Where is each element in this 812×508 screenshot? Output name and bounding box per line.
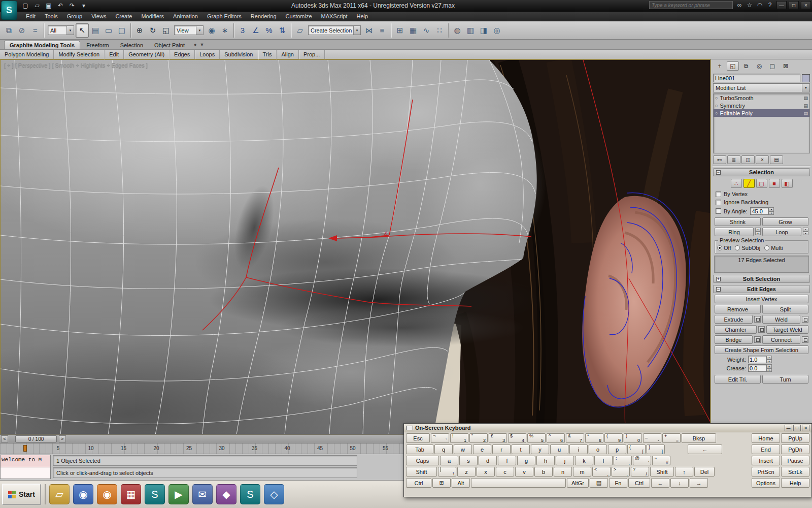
key-insert[interactable]: Insert — [752, 456, 780, 465]
graphite-ribbon-toggle-icon[interactable]: ▦ — [407, 23, 420, 38]
named-selection-sets-dropdown[interactable]: Create Selection Se▼ — [308, 25, 361, 35]
key-q[interactable]: q — [434, 444, 453, 454]
3dsmax-2-icon[interactable]: S — [240, 484, 260, 504]
spinner-down-icon[interactable]: ▼ — [768, 211, 774, 215]
time-slider[interactable]: 0 / 100 — [15, 435, 57, 442]
viewport[interactable]: [ + ] [ Perspective ] [ Smooth + Highlig… — [0, 59, 710, 434]
mini-listener-input[interactable] — [1, 467, 50, 479]
key-s[interactable]: s — [459, 456, 478, 465]
soft-selection-rollout-header[interactable]: + Soft Selection — [713, 275, 810, 283]
show-end-result-button[interactable]: ≣ — [727, 155, 740, 164]
3dsmax-icon[interactable]: S — [145, 484, 165, 504]
key-r0-7[interactable]: ^6 — [547, 433, 565, 443]
key-pgdn[interactable]: PgDn — [781, 444, 809, 454]
subtab-prop[interactable]: Prop... — [299, 50, 325, 59]
edge-mode-button[interactable]: ╱ — [743, 179, 755, 188]
chevron-down-icon[interactable]: ▼ — [802, 84, 809, 92]
by-angle-row[interactable]: By Angle: ▲▼ — [713, 206, 810, 216]
key-r4-10[interactable]: → — [690, 478, 708, 488]
key-d[interactable]: d — [479, 456, 497, 465]
next-frame-button[interactable]: > — [59, 435, 66, 442]
key-k[interactable]: k — [575, 456, 593, 465]
object-color-swatch[interactable] — [802, 74, 810, 82]
ribbon-tab-selection[interactable]: Selection — [115, 41, 148, 49]
key-alt[interactable]: Alt — [452, 478, 470, 488]
connect-button[interactable]: Connect — [762, 335, 800, 344]
key-options[interactable]: Options — [752, 478, 780, 488]
bridge-settings-button[interactable] — [754, 336, 761, 343]
key-enter[interactable]: ← — [688, 444, 722, 454]
ribbon-tab-object-paint[interactable]: Object Paint — [149, 41, 190, 49]
chevron-down-icon[interactable]: ▼ — [196, 26, 203, 35]
open-file-icon[interactable]: ▱ — [32, 1, 42, 10]
key-r4-8[interactable]: ← — [651, 478, 669, 488]
key-r0-2[interactable]: !1 — [450, 433, 468, 443]
key-o[interactable]: o — [589, 444, 607, 454]
display-tab-icon[interactable]: ▢ — [766, 61, 779, 71]
menu-animation[interactable]: Animation — [168, 12, 202, 21]
key-tab[interactable]: Tab — [406, 444, 433, 454]
modifier-enabled-icon[interactable]: ○ — [715, 103, 718, 108]
weld-button[interactable]: Weld — [762, 315, 800, 324]
modifier-display-icon[interactable]: ▤ — [803, 111, 808, 116]
object-name-field[interactable] — [713, 74, 800, 82]
key-ctrl[interactable]: Ctrl — [406, 478, 431, 488]
remove-button[interactable]: Remove — [715, 305, 761, 313]
key-altgr[interactable]: AltGr — [567, 478, 589, 488]
material-editor-icon[interactable]: ◍ — [451, 23, 464, 38]
media-player-icon[interactable]: ◉ — [73, 484, 93, 504]
infocenter-search-input[interactable] — [649, 1, 733, 9]
polygon-mode-button[interactable]: ■ — [769, 179, 780, 188]
loop-spinner[interactable]: ▲▼ — [803, 228, 808, 235]
insert-vertex-button[interactable]: Insert Vertex — [715, 295, 808, 303]
select-and-rotate-icon[interactable]: ↻ — [146, 23, 159, 38]
grow-button[interactable]: Grow — [762, 217, 808, 226]
chamfer-settings-button[interactable] — [758, 326, 765, 333]
menu-help[interactable]: Help — [352, 12, 373, 21]
use-pivot-point-icon[interactable]: ◉ — [205, 23, 218, 38]
by-angle-spinner[interactable]: ▲▼ — [768, 207, 774, 215]
key-y[interactable]: y — [531, 444, 549, 454]
weight-field[interactable] — [748, 356, 766, 363]
key-pause[interactable]: Pause — [781, 456, 809, 465]
key-e[interactable]: e — [473, 444, 491, 454]
key-r0-1[interactable]: ¬` — [431, 433, 449, 443]
current-frame-marker[interactable] — [23, 445, 27, 452]
spinner-up-icon[interactable]: ▲ — [768, 207, 774, 211]
menu-maxscript[interactable]: MAXScript — [317, 12, 352, 21]
select-and-move-icon[interactable]: ⊕ — [133, 23, 146, 38]
preview-off-radio[interactable]: Off — [717, 245, 731, 251]
subtab-subdivision[interactable]: Subdivision — [220, 50, 258, 59]
schematic-view-icon[interactable]: ∷ — [433, 23, 446, 38]
create-shape-button[interactable]: Create Shape From Selection — [715, 345, 808, 354]
subtab-modify-selection[interactable]: Modify Selection — [54, 50, 105, 59]
start-button[interactable]: Start — [2, 484, 41, 505]
communication-center-icon[interactable]: ◠ — [755, 2, 764, 9]
chevron-down-icon[interactable]: ▼ — [353, 26, 360, 35]
key-r2-11[interactable]: @' — [633, 456, 651, 465]
osk-title-bar[interactable]: On-Screen Keyboard — □ × — [404, 424, 811, 432]
key-r0-12[interactable]: _- — [643, 433, 661, 443]
turn-button[interactable]: Turn — [762, 375, 808, 384]
connect-settings-button[interactable] — [802, 336, 808, 343]
ribbon-options-icon[interactable]: ● — [194, 42, 196, 47]
key-z[interactable]: z — [457, 467, 476, 477]
shrink-button[interactable]: Shrink — [715, 217, 761, 226]
key-end[interactable]: End — [752, 444, 780, 454]
key-i[interactable]: i — [569, 444, 588, 454]
spinner-down-icon[interactable]: ▼ — [766, 360, 772, 364]
workspace-dropdown-icon[interactable]: ▾ — [79, 1, 89, 10]
key-r0-10[interactable]: (9 — [604, 433, 623, 443]
file-explorer-icon[interactable]: ▱ — [49, 484, 70, 504]
browser-icon[interactable]: ◇ — [264, 484, 284, 504]
subtab-align[interactable]: Align — [277, 50, 298, 59]
video-app-icon[interactable]: ▶ — [168, 484, 189, 504]
key-b[interactable]: b — [534, 467, 553, 477]
key-h[interactable]: h — [536, 456, 555, 465]
select-and-link-icon[interactable]: ⧉ — [2, 23, 15, 38]
weight-spinner[interactable]: ▲▼ — [766, 356, 772, 363]
spinner-down-icon[interactable]: ▼ — [755, 232, 761, 236]
make-unique-button[interactable]: ◫ — [741, 155, 755, 164]
ignore-backfacing-checkbox[interactable] — [716, 200, 721, 205]
by-angle-field[interactable] — [750, 207, 768, 215]
